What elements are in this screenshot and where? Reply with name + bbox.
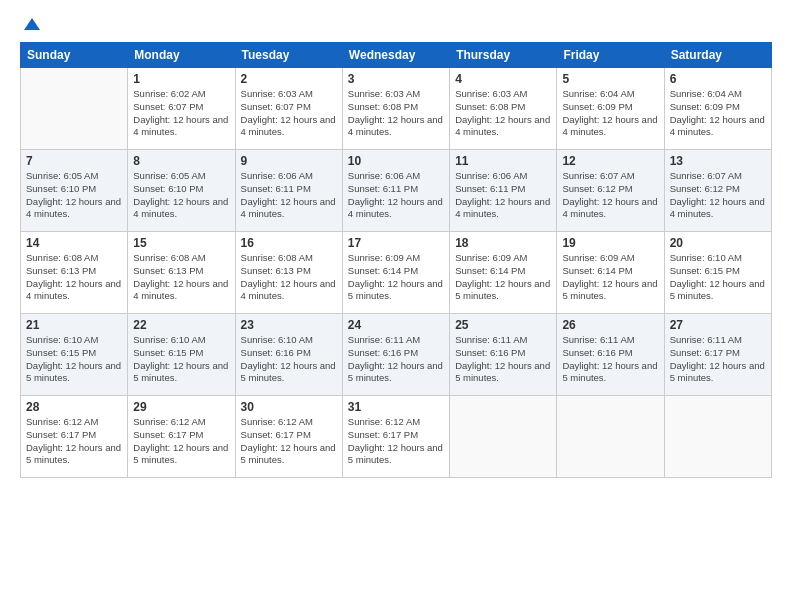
day-number: 2 — [241, 72, 337, 86]
day-number: 19 — [562, 236, 658, 250]
weekday-header-tuesday: Tuesday — [235, 43, 342, 68]
day-number: 10 — [348, 154, 444, 168]
calendar-cell — [557, 396, 664, 478]
calendar-cell: 4Sunrise: 6:03 AMSunset: 6:08 PMDaylight… — [450, 68, 557, 150]
calendar-cell: 7Sunrise: 6:05 AMSunset: 6:10 PMDaylight… — [21, 150, 128, 232]
day-info: Sunrise: 6:06 AMSunset: 6:11 PMDaylight:… — [348, 170, 444, 221]
calendar-cell: 22Sunrise: 6:10 AMSunset: 6:15 PMDayligh… — [128, 314, 235, 396]
calendar-week-row: 28Sunrise: 6:12 AMSunset: 6:17 PMDayligh… — [21, 396, 772, 478]
day-info: Sunrise: 6:11 AMSunset: 6:16 PMDaylight:… — [455, 334, 551, 385]
day-info: Sunrise: 6:12 AMSunset: 6:17 PMDaylight:… — [348, 416, 444, 467]
day-info: Sunrise: 6:10 AMSunset: 6:15 PMDaylight:… — [670, 252, 766, 303]
logo-icon — [22, 16, 42, 36]
day-info: Sunrise: 6:04 AMSunset: 6:09 PMDaylight:… — [670, 88, 766, 139]
calendar-cell: 5Sunrise: 6:04 AMSunset: 6:09 PMDaylight… — [557, 68, 664, 150]
day-info: Sunrise: 6:07 AMSunset: 6:12 PMDaylight:… — [562, 170, 658, 221]
day-info: Sunrise: 6:10 AMSunset: 6:16 PMDaylight:… — [241, 334, 337, 385]
calendar-cell: 28Sunrise: 6:12 AMSunset: 6:17 PMDayligh… — [21, 396, 128, 478]
day-number: 1 — [133, 72, 229, 86]
day-info: Sunrise: 6:09 AMSunset: 6:14 PMDaylight:… — [348, 252, 444, 303]
day-number: 16 — [241, 236, 337, 250]
day-number: 20 — [670, 236, 766, 250]
day-number: 27 — [670, 318, 766, 332]
day-number: 31 — [348, 400, 444, 414]
day-number: 22 — [133, 318, 229, 332]
calendar-cell: 9Sunrise: 6:06 AMSunset: 6:11 PMDaylight… — [235, 150, 342, 232]
calendar: SundayMondayTuesdayWednesdayThursdayFrid… — [20, 42, 772, 478]
day-number: 9 — [241, 154, 337, 168]
weekday-header-thursday: Thursday — [450, 43, 557, 68]
day-number: 24 — [348, 318, 444, 332]
day-number: 17 — [348, 236, 444, 250]
day-info: Sunrise: 6:09 AMSunset: 6:14 PMDaylight:… — [455, 252, 551, 303]
calendar-cell: 30Sunrise: 6:12 AMSunset: 6:17 PMDayligh… — [235, 396, 342, 478]
day-number: 8 — [133, 154, 229, 168]
day-info: Sunrise: 6:06 AMSunset: 6:11 PMDaylight:… — [241, 170, 337, 221]
day-info: Sunrise: 6:08 AMSunset: 6:13 PMDaylight:… — [26, 252, 122, 303]
calendar-cell: 3Sunrise: 6:03 AMSunset: 6:08 PMDaylight… — [342, 68, 449, 150]
day-info: Sunrise: 6:12 AMSunset: 6:17 PMDaylight:… — [26, 416, 122, 467]
day-info: Sunrise: 6:09 AMSunset: 6:14 PMDaylight:… — [562, 252, 658, 303]
calendar-cell: 31Sunrise: 6:12 AMSunset: 6:17 PMDayligh… — [342, 396, 449, 478]
calendar-cell: 11Sunrise: 6:06 AMSunset: 6:11 PMDayligh… — [450, 150, 557, 232]
day-info: Sunrise: 6:06 AMSunset: 6:11 PMDaylight:… — [455, 170, 551, 221]
day-number: 25 — [455, 318, 551, 332]
day-info: Sunrise: 6:03 AMSunset: 6:08 PMDaylight:… — [348, 88, 444, 139]
day-info: Sunrise: 6:11 AMSunset: 6:16 PMDaylight:… — [562, 334, 658, 385]
weekday-header-monday: Monday — [128, 43, 235, 68]
weekday-header-friday: Friday — [557, 43, 664, 68]
calendar-cell: 1Sunrise: 6:02 AMSunset: 6:07 PMDaylight… — [128, 68, 235, 150]
calendar-cell: 24Sunrise: 6:11 AMSunset: 6:16 PMDayligh… — [342, 314, 449, 396]
day-number: 26 — [562, 318, 658, 332]
calendar-cell: 21Sunrise: 6:10 AMSunset: 6:15 PMDayligh… — [21, 314, 128, 396]
day-number: 3 — [348, 72, 444, 86]
calendar-week-row: 7Sunrise: 6:05 AMSunset: 6:10 PMDaylight… — [21, 150, 772, 232]
day-number: 12 — [562, 154, 658, 168]
calendar-cell: 25Sunrise: 6:11 AMSunset: 6:16 PMDayligh… — [450, 314, 557, 396]
svg-marker-0 — [24, 18, 40, 30]
day-info: Sunrise: 6:08 AMSunset: 6:13 PMDaylight:… — [241, 252, 337, 303]
day-number: 21 — [26, 318, 122, 332]
day-info: Sunrise: 6:10 AMSunset: 6:15 PMDaylight:… — [26, 334, 122, 385]
weekday-header-row: SundayMondayTuesdayWednesdayThursdayFrid… — [21, 43, 772, 68]
day-number: 23 — [241, 318, 337, 332]
calendar-cell: 18Sunrise: 6:09 AMSunset: 6:14 PMDayligh… — [450, 232, 557, 314]
calendar-cell — [450, 396, 557, 478]
calendar-cell: 27Sunrise: 6:11 AMSunset: 6:17 PMDayligh… — [664, 314, 771, 396]
day-number: 14 — [26, 236, 122, 250]
day-info: Sunrise: 6:04 AMSunset: 6:09 PMDaylight:… — [562, 88, 658, 139]
day-number: 5 — [562, 72, 658, 86]
day-info: Sunrise: 6:05 AMSunset: 6:10 PMDaylight:… — [26, 170, 122, 221]
day-number: 15 — [133, 236, 229, 250]
page: SundayMondayTuesdayWednesdayThursdayFrid… — [0, 0, 792, 612]
calendar-cell — [21, 68, 128, 150]
day-info: Sunrise: 6:02 AMSunset: 6:07 PMDaylight:… — [133, 88, 229, 139]
calendar-week-row: 14Sunrise: 6:08 AMSunset: 6:13 PMDayligh… — [21, 232, 772, 314]
day-info: Sunrise: 6:07 AMSunset: 6:12 PMDaylight:… — [670, 170, 766, 221]
day-info: Sunrise: 6:12 AMSunset: 6:17 PMDaylight:… — [133, 416, 229, 467]
day-number: 7 — [26, 154, 122, 168]
calendar-cell: 29Sunrise: 6:12 AMSunset: 6:17 PMDayligh… — [128, 396, 235, 478]
calendar-cell: 10Sunrise: 6:06 AMSunset: 6:11 PMDayligh… — [342, 150, 449, 232]
day-info: Sunrise: 6:05 AMSunset: 6:10 PMDaylight:… — [133, 170, 229, 221]
day-number: 29 — [133, 400, 229, 414]
day-number: 28 — [26, 400, 122, 414]
day-number: 18 — [455, 236, 551, 250]
day-number: 30 — [241, 400, 337, 414]
day-info: Sunrise: 6:11 AMSunset: 6:16 PMDaylight:… — [348, 334, 444, 385]
day-info: Sunrise: 6:03 AMSunset: 6:07 PMDaylight:… — [241, 88, 337, 139]
calendar-cell: 15Sunrise: 6:08 AMSunset: 6:13 PMDayligh… — [128, 232, 235, 314]
day-info: Sunrise: 6:11 AMSunset: 6:17 PMDaylight:… — [670, 334, 766, 385]
calendar-cell: 16Sunrise: 6:08 AMSunset: 6:13 PMDayligh… — [235, 232, 342, 314]
header — [20, 16, 772, 36]
calendar-cell: 19Sunrise: 6:09 AMSunset: 6:14 PMDayligh… — [557, 232, 664, 314]
calendar-cell: 20Sunrise: 6:10 AMSunset: 6:15 PMDayligh… — [664, 232, 771, 314]
weekday-header-saturday: Saturday — [664, 43, 771, 68]
calendar-week-row: 21Sunrise: 6:10 AMSunset: 6:15 PMDayligh… — [21, 314, 772, 396]
calendar-cell: 23Sunrise: 6:10 AMSunset: 6:16 PMDayligh… — [235, 314, 342, 396]
day-info: Sunrise: 6:08 AMSunset: 6:13 PMDaylight:… — [133, 252, 229, 303]
calendar-cell — [664, 396, 771, 478]
day-number: 13 — [670, 154, 766, 168]
calendar-cell: 12Sunrise: 6:07 AMSunset: 6:12 PMDayligh… — [557, 150, 664, 232]
weekday-header-wednesday: Wednesday — [342, 43, 449, 68]
